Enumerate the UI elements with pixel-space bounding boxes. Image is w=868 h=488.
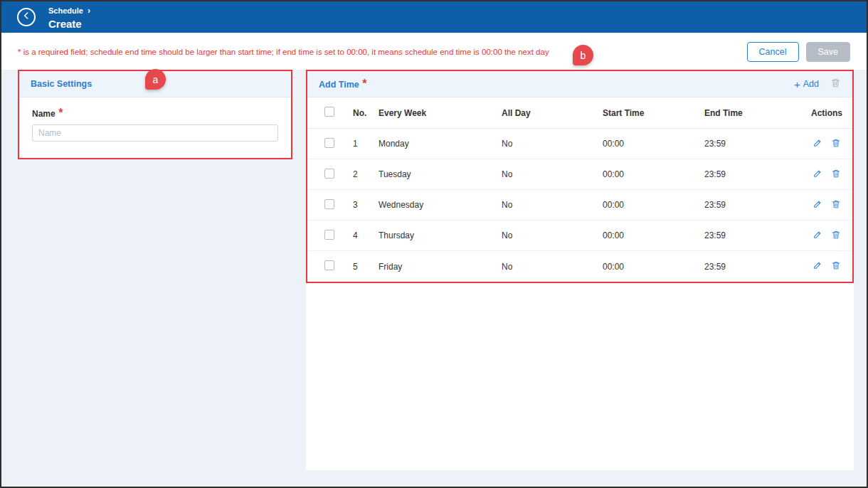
cell-no: 4 bbox=[353, 230, 379, 240]
back-button[interactable] bbox=[17, 8, 36, 26]
col-start-time: Start Time bbox=[603, 108, 704, 118]
row-checkbox[interactable] bbox=[324, 199, 334, 209]
edit-row-button[interactable] bbox=[813, 138, 822, 150]
trash-icon bbox=[831, 199, 841, 211]
table-row: 2 Tuesday No 00:00 23:59 bbox=[307, 159, 852, 190]
cell-all-day: No bbox=[502, 169, 603, 179]
col-every-week: Every Week bbox=[379, 108, 502, 118]
cell-every-week: Monday bbox=[379, 139, 502, 149]
row-checkbox[interactable] bbox=[324, 230, 334, 240]
add-time-annotated-region: Add Time * + Add bbox=[306, 70, 854, 283]
cell-every-week: Wednesday bbox=[379, 200, 502, 210]
trash-icon bbox=[831, 260, 841, 272]
pencil-icon bbox=[813, 230, 822, 242]
pencil-icon bbox=[813, 138, 822, 150]
delete-row-button[interactable] bbox=[831, 199, 841, 211]
breadcrumb: Schedule › bbox=[48, 6, 90, 16]
name-required-mark: * bbox=[58, 107, 63, 119]
cell-end-time: 23:59 bbox=[704, 230, 811, 240]
cell-every-week: Friday bbox=[379, 262, 502, 272]
edit-row-button[interactable] bbox=[813, 169, 822, 181]
col-no: No. bbox=[353, 108, 379, 118]
table-row: 4 Thursday No 00:00 23:59 bbox=[307, 221, 852, 251]
cell-start-time: 00:00 bbox=[603, 200, 704, 210]
cell-no: 2 bbox=[353, 169, 379, 179]
time-table-header-row: No. Every Week All Day Start Time End Ti… bbox=[307, 97, 852, 129]
name-input[interactable] bbox=[32, 124, 278, 142]
table-row: 1 Monday No 00:00 23:59 bbox=[307, 129, 852, 159]
trash-icon bbox=[831, 138, 841, 150]
annotation-badge-a: a bbox=[145, 69, 166, 90]
top-header: Schedule › Create bbox=[1, 1, 867, 33]
cell-all-day: No bbox=[502, 262, 603, 272]
cell-end-time: 23:59 bbox=[704, 200, 811, 210]
cell-every-week: Tuesday bbox=[379, 169, 502, 179]
cell-no: 5 bbox=[353, 262, 379, 272]
row-checkbox[interactable] bbox=[324, 260, 334, 270]
row-checkbox[interactable] bbox=[324, 169, 334, 179]
delete-row-button[interactable] bbox=[831, 169, 841, 181]
cell-start-time: 00:00 bbox=[603, 139, 704, 149]
delete-row-button[interactable] bbox=[831, 260, 841, 272]
cell-start-time: 00:00 bbox=[603, 169, 704, 179]
cell-end-time: 23:59 bbox=[704, 262, 811, 272]
add-time-header: Add Time * + Add bbox=[307, 71, 852, 97]
notice-strip: * is a required field; schedule end time… bbox=[1, 33, 867, 70]
chevron-left-icon bbox=[21, 11, 31, 23]
cell-all-day: No bbox=[502, 139, 603, 149]
table-row: 5 Friday No 00:00 23:59 bbox=[307, 251, 852, 282]
row-checkbox[interactable] bbox=[324, 138, 334, 148]
cell-start-time: 00:00 bbox=[603, 230, 704, 240]
add-time-panel: Add Time * + Add bbox=[306, 70, 854, 470]
chevron-right-icon: › bbox=[88, 6, 90, 16]
add-time-controls: + Add bbox=[794, 78, 841, 91]
cell-end-time: 23:59 bbox=[704, 139, 811, 149]
pencil-icon bbox=[813, 169, 822, 181]
annotation-badge-b: b bbox=[573, 45, 593, 65]
name-label: Name bbox=[32, 109, 55, 119]
delete-row-button[interactable] bbox=[831, 230, 841, 242]
table-row: 3 Wednesday No 00:00 23:59 bbox=[307, 190, 852, 221]
edit-row-button[interactable] bbox=[813, 230, 822, 242]
col-end-time: End Time bbox=[704, 108, 811, 118]
add-time-add-button[interactable]: + Add bbox=[794, 79, 819, 90]
page-title: Create bbox=[48, 18, 90, 30]
breadcrumb-schedule[interactable]: Schedule bbox=[48, 6, 83, 15]
select-all-checkbox[interactable] bbox=[324, 107, 334, 117]
col-all-day: All Day bbox=[502, 108, 603, 118]
cell-every-week: Thursday bbox=[379, 230, 502, 240]
page: Schedule › Create * is a required field;… bbox=[0, 0, 868, 488]
plus-icon: + bbox=[794, 79, 800, 90]
basic-settings-body: Name * bbox=[19, 97, 291, 142]
trash-icon bbox=[831, 169, 841, 181]
delete-row-button[interactable] bbox=[831, 138, 841, 150]
basic-settings-title: Basic Settings bbox=[31, 79, 92, 89]
cell-no: 3 bbox=[353, 200, 379, 210]
cancel-button[interactable]: Cancel bbox=[747, 42, 799, 62]
add-time-required-mark: * bbox=[362, 78, 366, 90]
cell-all-day: No bbox=[502, 230, 603, 240]
save-button[interactable]: Save bbox=[806, 42, 851, 62]
form-actions: Cancel Save bbox=[747, 42, 850, 62]
delete-selected-button[interactable] bbox=[830, 78, 841, 91]
cell-no: 1 bbox=[353, 139, 379, 149]
trash-icon bbox=[831, 230, 841, 242]
trash-icon bbox=[830, 78, 841, 91]
cell-all-day: No bbox=[502, 200, 603, 210]
edit-row-button[interactable] bbox=[813, 199, 822, 211]
col-actions: Actions bbox=[811, 108, 842, 118]
edit-row-button[interactable] bbox=[813, 260, 822, 272]
pencil-icon bbox=[813, 260, 822, 272]
pencil-icon bbox=[813, 199, 822, 211]
cell-start-time: 00:00 bbox=[603, 262, 704, 272]
cell-end-time: 23:59 bbox=[704, 169, 811, 179]
add-time-title: Add Time bbox=[319, 80, 359, 90]
header-titles: Schedule › Create bbox=[48, 6, 90, 30]
add-button-label: Add bbox=[803, 79, 819, 89]
required-field-notice: * is a required field; schedule end time… bbox=[18, 48, 549, 56]
